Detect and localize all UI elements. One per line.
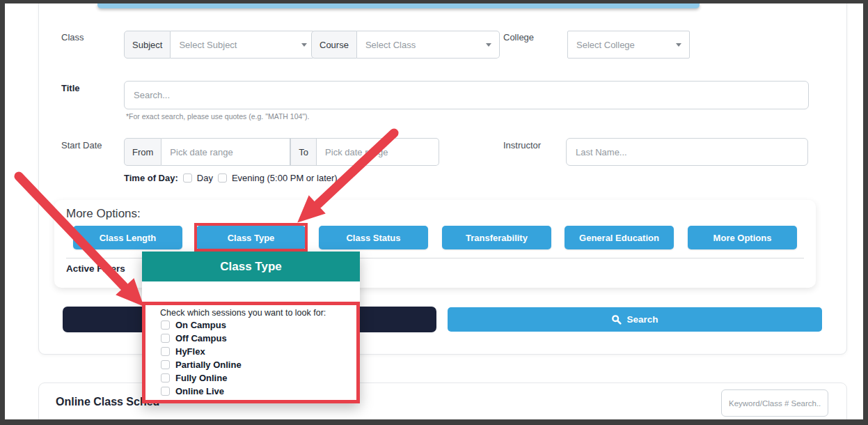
popup-option-row: Online Live — [161, 385, 224, 397]
to-label: To — [290, 138, 317, 166]
class-type-popup-title: Class Type — [142, 252, 360, 281]
hyflex-label: HyFlex — [175, 346, 205, 357]
class-label: Class — [61, 32, 84, 42]
subject-prepend-label: Subject — [124, 31, 171, 59]
on-campus-label: On Campus — [175, 320, 226, 330]
date-to-input[interactable]: Pick date range — [317, 138, 439, 166]
class-type-button[interactable]: Class Type — [196, 226, 306, 249]
instructor-label: Instructor — [503, 140, 541, 150]
evening-option-label: Evening (5:00 PM or later) — [232, 173, 338, 183]
course-select-value: Select Class — [365, 40, 416, 50]
off-campus-label: Off Campus — [175, 333, 227, 343]
keyword-search-input[interactable] — [721, 389, 828, 417]
popup-option-row: On Campus — [161, 318, 226, 331]
popup-option-row: Off Campus — [161, 332, 227, 344]
popup-option-row: HyFlex — [161, 345, 205, 357]
on-campus-checkbox[interactable] — [161, 320, 170, 330]
subject-select-value: Select Subject — [179, 40, 237, 50]
partially-online-label: Partially Online — [175, 360, 242, 370]
course-prepend-label: Course — [311, 31, 357, 59]
popup-option-row: Partially Online — [161, 358, 242, 371]
college-label: College — [503, 32, 534, 42]
hyflex-checkbox[interactable] — [161, 347, 170, 356]
evening-checkbox[interactable] — [218, 173, 227, 183]
online-live-checkbox[interactable] — [161, 387, 170, 396]
title-search-note: *For exact search, please use quotes (e.… — [126, 112, 309, 121]
caret-down-icon — [486, 43, 491, 47]
more-options-heading: More Options: — [66, 207, 141, 221]
time-of-day-label: Time of Day: — [124, 173, 178, 183]
caret-down-icon — [301, 43, 307, 47]
transferability-button[interactable]: Transferability — [442, 226, 551, 249]
title-search-input[interactable] — [124, 81, 809, 109]
top-header-strip — [97, 3, 700, 8]
date-to-placeholder: Pick date range — [325, 147, 388, 157]
popup-option-row: Fully Online — [161, 371, 227, 384]
day-checkbox[interactable] — [183, 173, 192, 183]
class-status-button[interactable]: Class Status — [319, 226, 428, 249]
day-option-label: Day — [197, 173, 213, 183]
popup-prompt: Check which sessions you want to look fo… — [160, 308, 326, 318]
off-campus-checkbox[interactable] — [161, 334, 170, 343]
fully-online-label: Fully Online — [175, 373, 227, 383]
course-group: Course Select Class — [311, 31, 500, 59]
start-date-label: Start Date — [61, 140, 102, 150]
time-of-day-row: Time of Day: Day Evening (5:00 PM or lat… — [124, 173, 338, 183]
college-select[interactable]: Select College — [567, 31, 690, 59]
from-label: From — [124, 138, 161, 166]
more-options-button[interactable]: More Options — [688, 226, 797, 249]
online-live-label: Online Live — [175, 386, 224, 396]
general-education-button[interactable]: General Education — [565, 226, 674, 249]
subject-group: Subject Select Subject — [124, 31, 315, 59]
search-button[interactable]: Search — [448, 307, 822, 332]
class-search-page: Class Subject Select Subject Course Sele… — [0, 0, 868, 425]
course-select[interactable]: Select Class — [357, 31, 500, 59]
caret-down-icon — [676, 43, 681, 47]
date-range-group: From Pick date range To Pick date range — [124, 138, 439, 166]
subject-select[interactable]: Select Subject — [171, 31, 315, 59]
date-from-placeholder: Pick date range — [170, 147, 232, 157]
instructor-input[interactable] — [566, 138, 808, 166]
college-select-value: Select College — [576, 40, 635, 50]
class-length-button[interactable]: Class Length — [73, 226, 182, 249]
annotation-box-popup-options: Check which sessions you want to look fo… — [142, 302, 360, 403]
partially-online-checkbox[interactable] — [161, 360, 170, 369]
search-button-label: Search — [626, 314, 658, 325]
fully-online-checkbox[interactable] — [161, 373, 170, 382]
date-from-input[interactable]: Pick date range — [161, 138, 290, 166]
class-type-popup: Class Type Check which sessions you want… — [142, 252, 360, 403]
active-filters-label: Active Filters — [66, 263, 125, 274]
title-label: Title — [61, 83, 80, 93]
magnifier-icon — [611, 314, 622, 325]
